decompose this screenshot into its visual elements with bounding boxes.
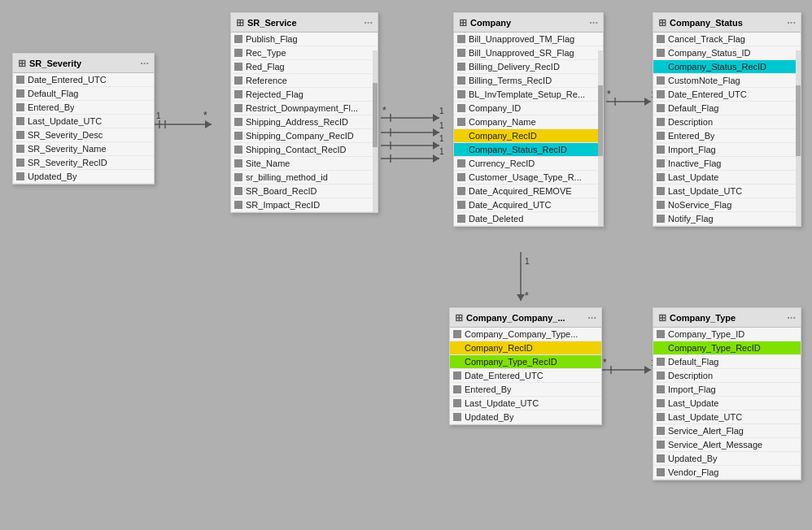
- field-name: Company_RecID: [469, 131, 537, 141]
- list-item[interactable]: Service_Alert_Message: [653, 438, 801, 452]
- table-company-type[interactable]: ⊞ Company_Type ··· Company_Type_ID Compa…: [653, 307, 801, 480]
- list-item[interactable]: Entered_By: [653, 129, 801, 143]
- list-item-company-recid[interactable]: Company_RecID: [450, 341, 601, 355]
- list-item[interactable]: Updated_By: [653, 452, 801, 466]
- list-item[interactable]: Rejected_Flag: [231, 88, 378, 102]
- field-icon: [234, 146, 242, 154]
- field-name: Site_Name: [246, 159, 290, 168]
- list-item[interactable]: Publish_Flag: [231, 33, 378, 46]
- field-name: Date_Entered_UTC: [465, 371, 544, 380]
- list-item[interactable]: Date_Acquired_REMOVE: [454, 185, 603, 198]
- table-sr-severity[interactable]: ⊞ SR_Severity ··· Date_Entered_UTC Defau…: [12, 53, 155, 185]
- list-item[interactable]: Shipping_Company_RecID: [231, 129, 378, 143]
- table-header-company-type: ⊞ Company_Type ···: [653, 308, 801, 328]
- table-body-company: Bill_Unapproved_TM_Flag Bill_Unapproved_…: [454, 33, 603, 226]
- table-dots-company[interactable]: ···: [589, 16, 598, 28]
- list-item[interactable]: Default_Flag: [653, 102, 801, 115]
- list-item[interactable]: Rec_Type: [231, 46, 378, 60]
- field-icon: [657, 215, 665, 223]
- list-item[interactable]: Company_Type_ID: [653, 328, 801, 341]
- table-dots-company-company[interactable]: ···: [587, 311, 596, 324]
- list-item[interactable]: sr_billing_method_id: [231, 171, 378, 185]
- list-item[interactable]: SR_Severity_Name: [13, 142, 154, 156]
- list-item[interactable]: Company_Status_ID: [653, 46, 801, 60]
- table-body-sr-severity: Date_Entered_UTC Default_Flag Entered_By…: [13, 73, 154, 184]
- field-name: Currency_RecID: [469, 159, 535, 168]
- list-item[interactable]: Service_Alert_Flag: [653, 424, 801, 438]
- list-item[interactable]: NoService_Flag: [653, 198, 801, 212]
- list-item-company-type-recid[interactable]: Company_Type_RecID: [450, 355, 601, 369]
- field-icon: [657, 413, 665, 421]
- list-item[interactable]: Date_Acquired_UTC: [454, 198, 603, 212]
- list-item[interactable]: Last_Update_UTC: [653, 411, 801, 424]
- list-item[interactable]: SR_Severity_RecID: [13, 156, 154, 170]
- list-item[interactable]: Inactive_Flag: [653, 157, 801, 171]
- field-icon: [16, 159, 24, 167]
- list-item-company-status-recid[interactable]: Company_Status_RecID: [653, 60, 801, 74]
- list-item[interactable]: Last_Update_UTC: [653, 185, 801, 198]
- list-item[interactable]: Vendor_Flag: [653, 466, 801, 480]
- list-item-company-status-recid[interactable]: Company_Status_RecID: [454, 143, 603, 157]
- list-item[interactable]: Date_Entered_UTC: [653, 88, 801, 102]
- list-item[interactable]: Shipping_Address_RecID: [231, 115, 378, 129]
- field-name: Customer_Usage_Type_R...: [469, 172, 582, 182]
- list-item-company-type-recid[interactable]: Company_Type_RecID: [653, 341, 801, 355]
- list-item[interactable]: Date_Entered_UTC: [450, 369, 601, 383]
- field-icon: [457, 49, 465, 57]
- list-item[interactable]: Restrict_Downpayment_Fl...: [231, 102, 378, 115]
- list-item[interactable]: Currency_RecID: [454, 157, 603, 171]
- table-dots-company-type[interactable]: ···: [787, 311, 796, 324]
- table-sr-service[interactable]: ⊞ SR_Service ··· Publish_Flag Rec_Type R…: [230, 12, 378, 213]
- list-item[interactable]: Company_Name: [454, 115, 603, 129]
- table-company[interactable]: ⊞ Company ··· Bill_Unapproved_TM_Flag Bi…: [453, 12, 604, 227]
- list-item[interactable]: Site_Name: [231, 157, 378, 171]
- list-item[interactable]: Updated_By: [450, 411, 601, 424]
- field-name: Import_Flag: [668, 145, 716, 154]
- list-item[interactable]: Default_Flag: [653, 355, 801, 369]
- list-item[interactable]: Description: [653, 369, 801, 383]
- field-icon: [453, 371, 461, 380]
- table-dots-sr-service[interactable]: ···: [364, 16, 373, 28]
- list-item-company-recid[interactable]: Company_RecID: [454, 129, 603, 143]
- field-icon: [457, 159, 465, 167]
- list-item[interactable]: Default_Flag: [13, 87, 154, 101]
- list-item[interactable]: Cancel_Track_Flag: [653, 33, 801, 46]
- field-name: Last_Update_UTC: [465, 398, 539, 408]
- table-dots-sr-severity[interactable]: ···: [140, 57, 149, 69]
- list-item[interactable]: Notify_Flag: [653, 212, 801, 226]
- list-item[interactable]: Entered_By: [450, 383, 601, 397]
- list-item[interactable]: Last_Update_UTC: [13, 115, 154, 128]
- list-item[interactable]: Red_Flag: [231, 60, 378, 74]
- list-item[interactable]: SR_Severity_Desc: [13, 128, 154, 142]
- list-item[interactable]: Reference: [231, 74, 378, 88]
- table-dots-company-status[interactable]: ···: [787, 16, 796, 28]
- list-item[interactable]: Billing_Terms_RecID: [454, 74, 603, 88]
- list-item[interactable]: Billing_Delivery_RecID: [454, 60, 603, 74]
- table-company-status[interactable]: ⊞ Company_Status ··· Cancel_Track_Flag C…: [653, 12, 801, 227]
- list-item[interactable]: Entered_By: [13, 101, 154, 115]
- list-item[interactable]: Updated_By: [13, 170, 154, 184]
- list-item[interactable]: CustomNote_Flag: [653, 74, 801, 88]
- list-item[interactable]: SR_Board_RecID: [231, 185, 378, 198]
- list-item[interactable]: SR_Impact_RecID: [231, 198, 378, 212]
- list-item[interactable]: Import_Flag: [653, 383, 801, 397]
- field-name: Company_Company_Type...: [465, 329, 578, 339]
- field-icon: [234, 104, 242, 112]
- list-item[interactable]: Date_Entered_UTC: [13, 73, 154, 87]
- list-item[interactable]: Description: [653, 115, 801, 129]
- list-item[interactable]: Last_Update: [653, 171, 801, 185]
- field-name: SR_Impact_RecID: [246, 200, 320, 210]
- list-item[interactable]: Import_Flag: [653, 143, 801, 157]
- list-item[interactable]: Company_Company_Type...: [450, 328, 601, 341]
- svg-text:1: 1: [439, 134, 444, 143]
- list-item[interactable]: Customer_Usage_Type_R...: [454, 171, 603, 185]
- list-item[interactable]: Last_Update_UTC: [450, 397, 601, 411]
- list-item[interactable]: BL_InvTemplate_Setup_Re...: [454, 88, 603, 102]
- table-company-company[interactable]: ⊞ Company_Company_... ··· Company_Compan…: [449, 307, 602, 425]
- list-item[interactable]: Date_Deleted: [454, 212, 603, 226]
- list-item[interactable]: Last_Update: [653, 397, 801, 411]
- list-item[interactable]: Bill_Unapproved_TM_Flag: [454, 33, 603, 46]
- list-item[interactable]: Shipping_Contact_RecID: [231, 143, 378, 157]
- list-item[interactable]: Bill_Unapproved_SR_Flag: [454, 46, 603, 60]
- list-item[interactable]: Company_ID: [454, 102, 603, 115]
